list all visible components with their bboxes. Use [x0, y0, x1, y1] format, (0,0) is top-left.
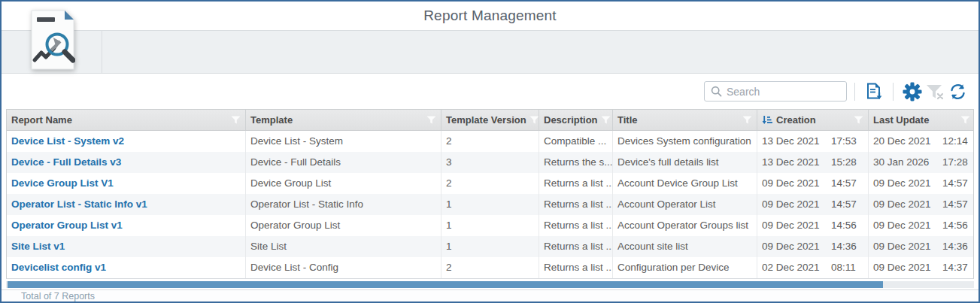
title-cell: Device's full details list: [612, 152, 757, 173]
template-cell: Operator Group List: [245, 215, 441, 236]
export-report-button[interactable]: [863, 80, 885, 103]
reports-module-tab[interactable]: [30, 9, 75, 71]
creation-date: 02 Dec 2021: [762, 257, 831, 278]
creation-time: 14:36: [831, 236, 857, 257]
title-cell: Devices System configuration: [612, 131, 757, 152]
reports-table: Report Name Template Template Version: [6, 109, 974, 279]
template-version-cell: 1: [441, 194, 539, 215]
total-reports-label: Total of 7 Reports: [21, 291, 95, 301]
tab-strip: [2, 30, 978, 74]
last-update-cell: 09 Dec 2021 14:56: [868, 215, 975, 236]
last-update-date: 09 Dec 2021: [873, 173, 942, 194]
column-filter-icon[interactable]: [231, 116, 241, 124]
last-update-cell: 09 Dec 2021 14:36: [868, 236, 975, 257]
table-row: Devicelist config v1 Device List - Confi…: [7, 257, 973, 278]
last-update-time: 14:36: [942, 236, 968, 257]
column-header[interactable]: Creation: [757, 110, 868, 130]
column-header-label: Last Update: [873, 114, 929, 126]
creation-cell: 09 Dec 2021 14:57: [757, 194, 868, 215]
creation-time: 14:57: [831, 194, 857, 215]
column-header[interactable]: Report Name: [7, 110, 245, 130]
column-filter-icon[interactable]: [529, 116, 539, 124]
creation-time: 14:57: [831, 173, 857, 194]
description-cell: Returns a list ...: [539, 236, 612, 257]
creation-cell: 09 Dec 2021 14:56: [757, 215, 868, 236]
last-update-date: 09 Dec 2021: [873, 215, 942, 236]
column-header[interactable]: Template Version: [441, 110, 539, 130]
last-update-cell: 30 Jan 2026 17:28: [868, 152, 975, 173]
creation-time: 14:56: [831, 215, 857, 236]
template-cell: Operator List - Static Info: [245, 194, 441, 215]
title-cell: Account Device Group List: [612, 173, 757, 194]
column-header-label: Description: [544, 114, 598, 126]
template-version-cell: 1: [441, 236, 539, 257]
refresh-icon: [948, 83, 967, 101]
column-filter-icon[interactable]: [742, 116, 752, 124]
clear-filters-button[interactable]: [924, 80, 946, 103]
report-name-link[interactable]: Device - Full Details v3: [11, 156, 121, 168]
tab-divider: [102, 31, 102, 73]
table-row: Operator List - Static Info v1 Operator …: [7, 194, 973, 215]
column-header[interactable]: Template: [245, 110, 441, 130]
template-version-cell: 2: [441, 131, 539, 152]
template-cell: Site List: [245, 236, 441, 257]
refresh-button[interactable]: [946, 80, 969, 103]
toolbar: [2, 74, 978, 109]
horizontal-scrollbar-thumb[interactable]: [8, 281, 883, 288]
last-update-time: 17:28: [942, 152, 968, 173]
report-name-link[interactable]: Operator Group List v1: [11, 220, 123, 231]
column-filter-icon[interactable]: [960, 116, 970, 124]
table-body: Device List - System v2 Device List - Sy…: [7, 131, 973, 278]
horizontal-scrollbar-track: [6, 281, 974, 288]
column-header-label: Creation: [776, 114, 816, 126]
last-update-date: 30 Jan 2026: [873, 152, 942, 173]
report-name-link[interactable]: Devicelist config v1: [11, 262, 106, 273]
column-header[interactable]: Description: [539, 110, 612, 130]
template-cell: Device List - Config: [245, 257, 441, 278]
title-cell: Account Operator List: [612, 194, 757, 215]
description-cell: Returns a list ...: [539, 257, 612, 278]
title-cell: Account site list: [612, 236, 757, 257]
template-cell: Device - Full Details: [245, 152, 441, 173]
last-update-cell: 09 Dec 2021 14:57: [868, 173, 975, 194]
description-cell: Returns the s...: [539, 152, 612, 173]
column-header-label: Template Version: [446, 114, 526, 126]
table-row: Device - Full Details v3 Device - Full D…: [7, 152, 973, 173]
report-name-link[interactable]: Device List - System v2: [11, 135, 124, 147]
creation-time: 08:11: [831, 257, 856, 278]
last-update-cell: 09 Dec 2021 14:57: [868, 194, 975, 215]
table-row: Site List v1 Site List 1 Returns a list …: [7, 236, 973, 257]
last-update-date: 09 Dec 2021: [873, 194, 942, 215]
column-header[interactable]: Title: [612, 110, 757, 130]
template-cell: Device List - System: [245, 131, 441, 152]
table-row: Operator Group List v1 Operator Group Li…: [7, 215, 973, 236]
last-update-cell: 09 Dec 2021 14:37: [868, 257, 975, 278]
column-header[interactable]: Last Update: [868, 110, 975, 130]
last-update-time: 14:57: [942, 194, 968, 215]
creation-date: 13 Dec 2021: [762, 152, 831, 173]
creation-cell: 13 Dec 2021 15:28: [757, 152, 868, 173]
column-filter-icon[interactable]: [601, 116, 611, 124]
description-cell: Compatible ...: [539, 131, 612, 152]
description-cell: Returns a list ...: [539, 215, 612, 236]
report-name-link[interactable]: Site List v1: [11, 241, 65, 252]
report-name-link[interactable]: Device Group List V1: [11, 177, 114, 189]
search-box: [704, 81, 847, 102]
report-document-magnifier-icon: [30, 9, 75, 71]
last-update-time: 12:14: [942, 131, 968, 152]
report-name-link[interactable]: Operator List - Static Info v1: [11, 198, 147, 210]
template-version-cell: 3: [441, 152, 539, 173]
sort-ascending-icon: [762, 115, 772, 125]
description-cell: Returns a list ...: [539, 173, 612, 194]
search-input[interactable]: [727, 86, 832, 98]
last-update-date: 09 Dec 2021: [873, 236, 942, 257]
toolbar-separator: [854, 83, 855, 101]
column-filter-icon[interactable]: [854, 116, 863, 124]
settings-button[interactable]: [901, 80, 924, 103]
creation-cell: 02 Dec 2021 08:11: [757, 257, 868, 278]
template-version-cell: 1: [441, 215, 539, 236]
template-version-cell: 2: [441, 257, 539, 278]
column-filter-icon[interactable]: [426, 116, 436, 124]
last-update-date: 20 Dec 2021: [873, 131, 942, 152]
title-cell: Account Operator Groups list: [612, 215, 757, 236]
